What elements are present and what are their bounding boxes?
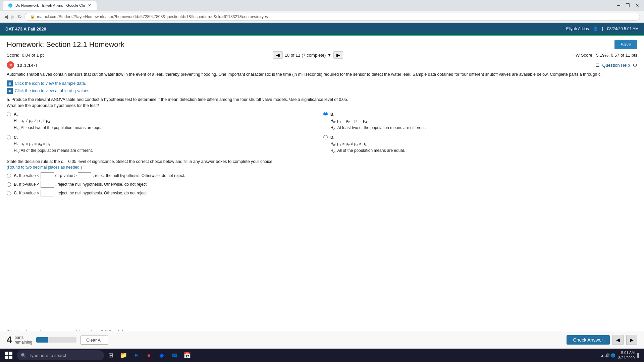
next-question-button[interactable]: ▶ <box>626 335 637 345</box>
answer-box-a2[interactable] <box>78 172 91 179</box>
system-tray-icons: ▲ 🔊 🌐 <box>600 353 615 358</box>
question-help-row: ☰ Question Help ⚙ <box>596 62 637 68</box>
check-answer-button[interactable]: Check Answer <box>567 335 610 345</box>
qvalues-link[interactable]: ▦ Click the icon to view a table of q-va… <box>7 88 637 94</box>
nav-dropdown[interactable]: 10 of 11 (7 complete) ▼ <box>285 53 332 58</box>
minimize-icon[interactable]: ─ <box>615 3 622 8</box>
gear-icon[interactable]: ⚙ <box>633 62 637 68</box>
score-row: Score: 0.04 of 1 pt ◀ 10 of 11 (7 comple… <box>7 51 637 59</box>
dropdown-arrow-icon: ▼ <box>327 53 331 58</box>
clock-date: 8/24/2020 <box>618 355 635 360</box>
option-b: B. H0: μ1 = μ2 = μ3 = μ4 HA: At least tw… <box>323 111 637 132</box>
question-id-row: ✕ 12.1.14-T ☰ Question Help ⚙ <box>7 61 637 69</box>
decision-option-b-label[interactable]: B. If p-value < , reject the null hypoth… <box>14 181 148 188</box>
hw-score-right: HW Score: 5.19%, 0.57 of 11 pts <box>573 53 637 58</box>
address-bar: ◀ ▶ ↻ 🔒 mathxl.com/Student/PlayerHomewor… <box>0 11 644 23</box>
decision-option-b: B. If p-value < , reject the null hypoth… <box>7 181 637 188</box>
sample-data-icon: ▦ <box>7 80 13 86</box>
nav-current: 10 of 11 (7 complete) <box>285 53 326 58</box>
score-value: 0.04 of 1 pt <box>22 53 44 58</box>
parts-text: partsremaining <box>15 335 33 345</box>
edge-icon[interactable]: e <box>130 349 142 361</box>
hypotheses-label: What are the appropriate hypotheses for … <box>7 103 637 108</box>
taskbar: 🔍 Type here to search ⊞ 📁 e ● ◆ ✉ 📅 ▲ 🔊 … <box>0 349 644 362</box>
option-d-label[interactable]: D. H0: μ1 ≠ μ2 ≠ μ3 ≠ μ4 HA: All of the … <box>330 134 405 155</box>
parts-remaining: 4 partsremaining <box>7 335 32 345</box>
user-icon: 👤 <box>593 26 598 31</box>
prev-question-button[interactable]: ◀ <box>612 335 624 345</box>
page-content: Homework: Section 12.1 Homework Save Sco… <box>0 36 644 206</box>
homework-title: Homework: Section 12.1 Homework <box>7 40 124 49</box>
mail-icon[interactable]: ✉ <box>168 349 180 361</box>
qvalues-icon: ▦ <box>7 88 13 94</box>
problem-description: Automatic shutoff valves contain sensors… <box>7 71 637 78</box>
window-controls: ─ ❐ ✕ <box>615 3 641 8</box>
sample-data-label: Click the icon to view the sample data. <box>15 81 86 86</box>
sample-data-link[interactable]: ▦ Click the icon to view the sample data… <box>7 80 637 86</box>
chrome-titlebar: 🌐 Do Homework - Eliyah Atkins - Google C… <box>0 0 644 11</box>
task-view-button[interactable]: ⊞ <box>105 349 117 361</box>
chrome-tab-label: Do Homework - Eliyah Atkins - Google Chr… <box>15 3 85 7</box>
chrome-tab-icon: 🌐 <box>8 3 13 8</box>
progress-bar <box>36 337 76 343</box>
qvalues-label: Click the icon to view a table of q-valu… <box>15 88 91 93</box>
bottom-left: 4 partsremaining Clear All <box>7 335 108 345</box>
decision-option-c-radio[interactable] <box>7 191 11 195</box>
wrong-icon: ✕ <box>7 61 14 69</box>
decision-option-a-label[interactable]: A. If p-value < or p-value > , reject th… <box>14 172 185 179</box>
header-right: Eliyah Atkins 👤 | 08/24/20 5:01 AM <box>566 26 639 31</box>
back-button[interactable]: ◀ <box>4 13 8 20</box>
option-b-radio[interactable] <box>323 112 328 116</box>
close-icon[interactable]: ✕ <box>633 3 641 8</box>
decision-rule-label: State the decision rule at the α = 0.05 … <box>7 159 637 164</box>
decision-options: A. If p-value < or p-value > , reject th… <box>7 172 637 196</box>
part-a-label: a. Produce the relevant ANOVA table and … <box>7 97 637 102</box>
option-c-radio[interactable] <box>7 135 11 139</box>
option-a: A. H0: μ1 ≠ μ2 ≠ μ3 ≠ μ4 HA: At least tw… <box>7 111 321 132</box>
lock-icon: 🔒 <box>30 14 35 19</box>
answer-box-b1[interactable] <box>41 181 54 188</box>
option-c-label[interactable]: C. H0: μ1 = μ2 = μ3 = μ4 HA: All of the … <box>14 134 93 155</box>
forward-button[interactable]: ▶ <box>11 13 15 20</box>
address-input[interactable]: 🔒 mathxl.com/Student/PlayerHomework.aspx… <box>24 13 640 21</box>
nav-next-button[interactable]: ▶ <box>333 51 343 59</box>
taskbar-search-text: Type here to search <box>29 353 67 358</box>
app-header: DAT 473 A Fall 2020 Eliyah Atkins 👤 | 08… <box>0 23 644 35</box>
taskbar-clock: 5:01 AM 8/24/2020 <box>618 350 635 361</box>
tab-close-icon[interactable]: ✕ <box>88 3 91 8</box>
decision-option-c-label[interactable]: C. If p-value < , reject the null hypoth… <box>14 190 148 196</box>
answer-box-a1[interactable] <box>41 172 54 179</box>
option-b-label[interactable]: B. H0: μ1 = μ2 = μ3 = μ4 HA: At least tw… <box>330 111 426 132</box>
option-a-radio[interactable] <box>7 112 11 116</box>
dropbox-icon[interactable]: ◆ <box>156 349 168 361</box>
chrome-taskbar-icon[interactable]: ● <box>143 349 155 361</box>
option-c: C. H0: μ1 = μ2 = μ3 = μ4 HA: All of the … <box>7 134 321 155</box>
chrome-tab[interactable]: 🌐 Do Homework - Eliyah Atkins - Google C… <box>3 1 97 10</box>
save-button[interactable]: Save <box>614 40 637 49</box>
course-label: DAT 473 A Fall 2020 <box>5 26 46 32</box>
hw-score-value: 5.19%, 0.57 of 11 pts <box>596 53 637 58</box>
question-help-label[interactable]: Question Help <box>602 63 630 68</box>
taskbar-search[interactable]: 🔍 Type here to search <box>17 350 104 360</box>
question-id-label: 12.1.14-T <box>17 62 38 68</box>
question-id: ✕ 12.1.14-T <box>7 61 38 69</box>
restore-icon[interactable]: ❐ <box>624 3 632 8</box>
user-name: Eliyah Atkins <box>566 26 589 31</box>
hw-title-row: Homework: Section 12.1 Homework Save <box>7 40 637 49</box>
bottom-bar: 4 partsremaining Clear All Check Answer … <box>0 331 644 349</box>
decision-option-a-radio[interactable] <box>7 174 11 178</box>
reload-button[interactable]: ↻ <box>17 13 22 20</box>
round-note: (Round to two decimal places as needed.) <box>7 165 637 170</box>
file-explorer-icon[interactable]: 📁 <box>117 349 129 361</box>
start-button[interactable] <box>1 349 16 362</box>
option-a-label[interactable]: A. H0: μ1 ≠ μ2 ≠ μ3 ≠ μ4 HA: At least tw… <box>14 111 105 132</box>
clear-all-button[interactable]: Clear All <box>80 336 108 345</box>
show-desktop-button[interactable]: ▌ <box>637 353 640 357</box>
answer-box-c1[interactable] <box>41 190 54 196</box>
nav-prev-button[interactable]: ◀ <box>273 51 283 59</box>
windows-icon <box>5 352 12 359</box>
datetime-label: 08/24/20 5:01 AM <box>607 26 639 31</box>
calendar-icon[interactable]: 📅 <box>181 349 193 361</box>
decision-option-b-radio[interactable] <box>7 182 11 187</box>
option-d-radio[interactable] <box>323 135 328 139</box>
